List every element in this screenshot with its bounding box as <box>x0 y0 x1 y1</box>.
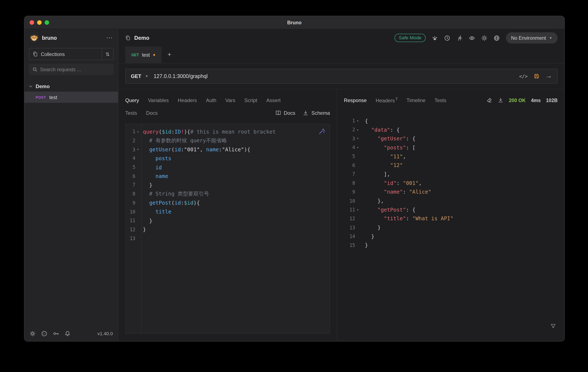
eye-icon[interactable] <box>469 35 475 41</box>
paw-icon[interactable] <box>431 35 438 41</box>
method-dropdown[interactable]: GET <box>126 73 145 79</box>
code-text[interactable]: "id": "001", <box>360 180 422 186</box>
request-item-test[interactable]: POST test <box>24 91 118 103</box>
query-editor[interactable]: 1▾query($id:ID!){# this is mean root bra… <box>125 124 330 334</box>
fold-arrow-icon[interactable]: ▾ <box>355 119 360 123</box>
request-tab-tests[interactable]: Tests <box>125 110 137 116</box>
response-viewer[interactable]: 1▾{2▾ "data": {3▾ "getUser": {4▾ "posts"… <box>344 111 557 334</box>
code-text[interactable]: "posts": [ <box>360 144 415 150</box>
request-tab-auth[interactable]: Auth <box>206 98 216 103</box>
line-number: 12 <box>344 216 355 221</box>
request-tab-vars[interactable]: Vars <box>225 98 235 103</box>
code-text[interactable]: "12" <box>360 162 403 168</box>
minimize-window-button[interactable] <box>37 20 42 25</box>
gutter-divider <box>141 124 142 333</box>
key-icon[interactable] <box>53 331 59 337</box>
response-tab-headers[interactable]: Headers7 <box>376 97 398 104</box>
code-text[interactable]: query($id:ID!){# this is mean root brack… <box>141 129 276 135</box>
line-number: 12 <box>126 227 135 232</box>
request-tab-query[interactable]: Query <box>125 98 139 103</box>
line-number: 7 <box>126 182 135 188</box>
environment-selector[interactable]: No Environment ▼ <box>506 32 557 44</box>
code-text[interactable]: # String 类型要双引号 <box>141 190 209 197</box>
code-text[interactable]: # 有参数的时候 query不能省略 <box>141 137 227 144</box>
code-text[interactable]: } <box>141 182 152 188</box>
code-line: 2▾ "data": { <box>344 125 557 134</box>
request-tab-test[interactable]: GET test ● <box>125 46 162 63</box>
response-tab-response[interactable]: Response <box>344 98 367 103</box>
code-text[interactable]: "11", <box>360 153 406 159</box>
code-text[interactable]: } <box>360 242 368 248</box>
fold-arrow-icon[interactable]: ▾ <box>355 128 360 132</box>
line-number: 4 <box>126 155 135 161</box>
filter-icon[interactable] <box>550 323 556 329</box>
code-text[interactable]: }, <box>360 198 384 204</box>
sidebar-menu-button[interactable]: ··· <box>106 35 113 41</box>
line-number: 4 <box>344 145 355 150</box>
chevron-down-icon: ▼ <box>549 36 552 40</box>
search-requests-input[interactable]: Search requests ... <box>29 64 114 75</box>
cookie-icon[interactable] <box>41 331 47 337</box>
globe-icon[interactable] <box>494 35 500 41</box>
code-text[interactable]: getPost(id:$id){ <box>141 200 200 206</box>
line-number: 10 <box>344 198 355 204</box>
bruno-avatar[interactable] <box>30 33 39 43</box>
code-line: 15} <box>344 241 557 250</box>
sort-collections-button[interactable]: ⇅ <box>102 48 113 60</box>
response-tab-timeline[interactable]: Timeline <box>407 98 426 103</box>
response-time: 4ms <box>531 98 541 103</box>
sidebar-footer: v1.40.0 <box>24 326 118 341</box>
fold-arrow-icon[interactable]: ▾ <box>135 148 141 151</box>
zoom-window-button[interactable] <box>45 20 49 25</box>
code-text[interactable]: { <box>360 118 368 124</box>
code-text[interactable]: } <box>141 218 152 223</box>
gear-icon[interactable] <box>481 35 487 41</box>
download-response-icon[interactable] <box>498 97 504 103</box>
code-text[interactable]: name <box>141 173 168 179</box>
request-tab-headers[interactable]: Headers <box>178 98 197 103</box>
bell-icon[interactable] <box>64 331 70 337</box>
save-icon[interactable] <box>534 73 540 79</box>
clear-response-icon[interactable] <box>486 97 492 103</box>
code-text[interactable]: "getUser": { <box>360 135 415 142</box>
collection-demo[interactable]: Demo <box>24 81 118 92</box>
gear-icon[interactable] <box>30 331 35 337</box>
fold-arrow-icon[interactable]: ▾ <box>355 146 360 149</box>
code-text[interactable]: posts <box>141 155 171 161</box>
close-window-button[interactable] <box>30 20 34 25</box>
docs-button[interactable]: Docs <box>275 110 295 116</box>
code-text[interactable]: "title": "What is API" <box>360 216 453 221</box>
response-tab-tests[interactable]: Tests <box>434 98 446 103</box>
traffic-lights <box>30 20 49 25</box>
download-icon <box>303 110 309 116</box>
code-text[interactable]: "name": "Alice" <box>360 189 431 195</box>
safe-mode-badge[interactable]: Safe Mode <box>395 34 426 42</box>
code-text[interactable]: id <box>141 164 162 170</box>
request-tab-script[interactable]: Script <box>244 98 257 103</box>
code-snippet-icon[interactable]: </> <box>519 73 528 79</box>
code-text[interactable]: title <box>141 209 171 215</box>
code-text[interactable]: "getPost": { <box>360 207 415 213</box>
request-name-label: test <box>49 95 57 100</box>
code-text[interactable]: } <box>360 233 374 239</box>
prettify-wand-icon[interactable] <box>318 128 325 135</box>
code-text[interactable]: ], <box>360 171 390 177</box>
send-arrow-icon[interactable]: → <box>546 73 552 80</box>
collections-selector[interactable]: Collections ⇅ <box>29 48 114 60</box>
runner-icon[interactable] <box>456 35 463 41</box>
fold-arrow-icon[interactable]: ▾ <box>355 137 360 141</box>
request-tab-variables[interactable]: Variables <box>148 98 169 103</box>
url-actions: </> → <box>519 73 557 80</box>
code-text[interactable]: "data": { <box>360 127 399 132</box>
new-tab-button[interactable]: + <box>168 51 171 59</box>
clock-icon[interactable] <box>444 35 450 41</box>
request-tab-assert[interactable]: Assert <box>266 98 281 103</box>
fold-arrow-icon[interactable]: ▾ <box>135 130 141 134</box>
code-text[interactable]: getUser(id:"001", name:"Alice"){ <box>141 146 251 153</box>
code-text[interactable]: } <box>360 224 381 230</box>
fold-arrow-icon[interactable]: ▾ <box>355 208 360 212</box>
schema-button[interactable]: Schema <box>303 110 330 116</box>
url-input[interactable]: 127.0.0.1:3000/graphql <box>154 73 519 79</box>
collections-icon <box>32 51 38 57</box>
request-tab-docs[interactable]: Docs <box>146 110 158 116</box>
